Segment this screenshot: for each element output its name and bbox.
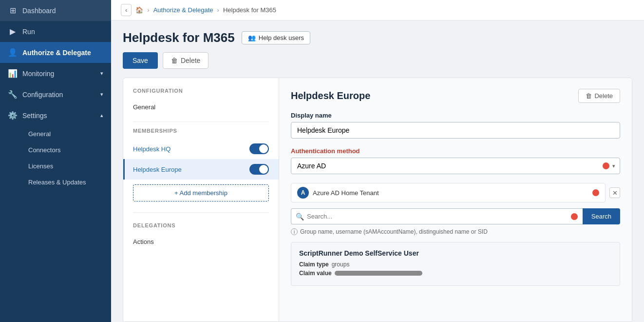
chevron-down-icon: ▾ bbox=[100, 91, 103, 98]
delegations-section-label: DELEGATIONS bbox=[123, 219, 279, 233]
sidebar-item-monitoring[interactable]: 📊 Monitoring ▾ bbox=[0, 63, 111, 84]
search-row: 🔍 Search bbox=[291, 208, 620, 224]
config-section-label: CONFIGURATION bbox=[123, 88, 279, 99]
sidebar: ⊞ Dashboard ▶ Run 👤 Authorize & Delegate… bbox=[0, 0, 111, 322]
right-delete-label: Delete bbox=[594, 92, 613, 100]
panels: CONFIGURATION General MEMBERSHIPS Helpde… bbox=[123, 78, 632, 322]
search-input-wrapper: 🔍 bbox=[291, 208, 583, 224]
azure-tenant-close-button[interactable]: ✕ bbox=[609, 187, 620, 198]
sidebar-sub-label: Releases & Updates bbox=[28, 179, 86, 186]
sidebar-item-label: Run bbox=[22, 28, 35, 36]
sidebar-item-releases[interactable]: Releases & Updates bbox=[22, 174, 111, 190]
search-hint: i Group name, username (sAMAccountName),… bbox=[291, 228, 620, 235]
page-content: Helpdesk for M365 👥 Help desk users Save… bbox=[111, 20, 644, 322]
auth-method-label: Authentication method bbox=[291, 147, 620, 155]
auth-method-select[interactable]: Azure AD bbox=[291, 158, 620, 174]
divider-2 bbox=[133, 212, 269, 213]
azure-tenant-row: A Azure AD Home Tenant ✕ bbox=[291, 183, 620, 202]
tenant-status-dot bbox=[592, 189, 599, 196]
breadcrumb-current: Helpdesk for M365 bbox=[223, 6, 276, 14]
info-icon: i bbox=[291, 228, 298, 235]
actions-menu-item[interactable]: Actions bbox=[123, 233, 279, 250]
sidebar-item-label: Configuration bbox=[22, 91, 63, 99]
sidebar-item-authorize[interactable]: 👤 Authorize & Delegate bbox=[0, 42, 111, 63]
configuration-icon: 🔧 bbox=[8, 90, 18, 99]
add-membership-button[interactable]: + Add membership bbox=[133, 184, 269, 201]
search-button[interactable]: Search bbox=[583, 208, 620, 224]
sidebar-item-dashboard[interactable]: ⊞ Dashboard bbox=[0, 0, 111, 21]
sidebar-item-licenses[interactable]: Licenses bbox=[22, 158, 111, 174]
membership-hq-toggle[interactable] bbox=[249, 143, 269, 154]
page-header: Helpdesk for M365 👥 Help desk users bbox=[123, 30, 632, 45]
page-title: Helpdesk for M365 bbox=[123, 30, 235, 45]
right-panel-delete-button[interactable]: 🗑 Delete bbox=[578, 89, 620, 103]
search-result-card: ScriptRunner Demo SelfService User Claim… bbox=[291, 242, 620, 286]
delete-label: Delete bbox=[181, 57, 200, 64]
delete-button[interactable]: 🗑 Delete bbox=[163, 52, 208, 69]
monitoring-icon: 📊 bbox=[8, 69, 18, 78]
membership-europe[interactable]: Helpdesk Europe bbox=[123, 159, 279, 180]
left-panel: CONFIGURATION General MEMBERSHIPS Helpde… bbox=[123, 78, 279, 322]
general-menu-item[interactable]: General bbox=[123, 99, 279, 116]
sidebar-item-configuration[interactable]: 🔧 Configuration ▾ bbox=[0, 84, 111, 105]
divider-1 bbox=[133, 121, 269, 122]
result-claim-value: Claim value bbox=[299, 270, 612, 277]
search-hint-text: Group name, username (sAMAccountName), d… bbox=[300, 228, 488, 235]
azure-tenant-tag: A Azure AD Home Tenant bbox=[291, 183, 606, 202]
breadcrumb-authorize[interactable]: Authorize & Delegate bbox=[153, 6, 213, 14]
sidebar-sub-label: Connectors bbox=[28, 146, 60, 154]
sidebar-item-label: Authorize & Delegate bbox=[22, 49, 91, 57]
authorize-icon: 👤 bbox=[8, 48, 18, 57]
right-panel: Helpdesk Europe 🗑 Delete Display name Au… bbox=[279, 78, 632, 322]
search-status-dot bbox=[571, 213, 578, 220]
sidebar-sub-label: General bbox=[28, 130, 51, 138]
settings-icon: ⚙️ bbox=[8, 111, 18, 120]
back-button[interactable]: ‹ bbox=[121, 4, 132, 16]
sidebar-item-connectors[interactable]: Connectors bbox=[22, 142, 111, 158]
right-panel-title: Helpdesk Europe bbox=[291, 90, 370, 101]
breadcrumb-sep-2: › bbox=[217, 6, 219, 14]
membership-hq[interactable]: Helpdesk HQ bbox=[123, 139, 279, 159]
membership-hq-label: Helpdesk HQ bbox=[133, 145, 170, 153]
chevron-up-icon: ▴ bbox=[100, 112, 103, 119]
dashboard-icon: ⊞ bbox=[8, 6, 18, 15]
topbar: ‹ 🏠 › Authorize & Delegate › Helpdesk fo… bbox=[111, 0, 644, 20]
trash-icon-small: 🗑 bbox=[586, 92, 592, 100]
result-claim-type: Claim type groups bbox=[299, 261, 612, 268]
sidebar-item-label: Settings bbox=[22, 112, 47, 120]
result-title: ScriptRunner Demo SelfService User bbox=[299, 249, 612, 257]
sidebar-item-label: Dashboard bbox=[22, 7, 56, 15]
display-name-input[interactable] bbox=[291, 122, 620, 139]
trash-icon: 🗑 bbox=[171, 57, 178, 64]
help-desk-users-label: Help desk users bbox=[259, 34, 304, 41]
search-input[interactable] bbox=[291, 208, 583, 224]
sidebar-item-run[interactable]: ▶ Run bbox=[0, 21, 111, 42]
azure-icon: A bbox=[297, 187, 309, 199]
search-icon: 🔍 bbox=[296, 213, 304, 221]
auth-method-field: Authentication method Azure AD ▾ bbox=[291, 147, 620, 174]
sidebar-item-label: Monitoring bbox=[22, 70, 54, 78]
display-name-label: Display name bbox=[291, 112, 620, 119]
home-icon: 🏠 bbox=[135, 6, 143, 14]
users-icon: 👥 bbox=[248, 34, 256, 41]
right-panel-header: Helpdesk Europe 🗑 Delete bbox=[291, 89, 620, 103]
claim-value-masked bbox=[335, 271, 422, 276]
sidebar-item-general[interactable]: General bbox=[22, 126, 111, 142]
chevron-down-icon: ▾ bbox=[100, 70, 103, 77]
azure-tenant-label: Azure AD Home Tenant bbox=[313, 189, 588, 197]
claim-value-label: Claim value bbox=[299, 270, 332, 277]
run-icon: ▶ bbox=[8, 27, 18, 36]
sidebar-item-settings[interactable]: ⚙️ Settings ▴ bbox=[0, 105, 111, 126]
help-desk-users-button[interactable]: 👥 Help desk users bbox=[242, 31, 310, 44]
save-button[interactable]: Save bbox=[123, 52, 158, 69]
membership-europe-label: Helpdesk Europe bbox=[133, 166, 182, 173]
settings-submenu: General Connectors Licenses Releases & U… bbox=[0, 126, 111, 190]
display-name-field: Display name bbox=[291, 112, 620, 139]
main-area: ‹ 🏠 › Authorize & Delegate › Helpdesk fo… bbox=[111, 0, 644, 322]
membership-europe-toggle[interactable] bbox=[249, 164, 269, 175]
toolbar: Save 🗑 Delete bbox=[123, 52, 632, 69]
claim-type-value: groups bbox=[332, 261, 350, 268]
breadcrumb-sep-1: › bbox=[147, 6, 149, 14]
claim-type-label: Claim type bbox=[299, 261, 329, 268]
memberships-section-label: MEMBERSHIPS bbox=[123, 128, 279, 139]
